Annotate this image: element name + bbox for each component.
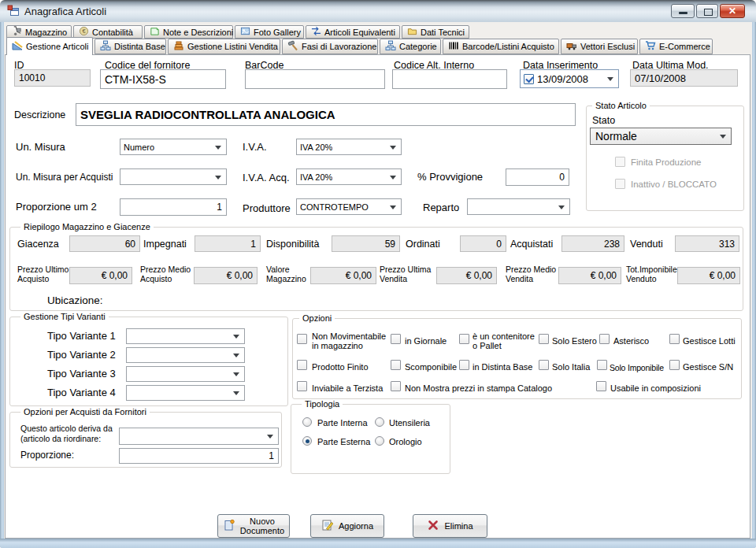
codice-fornitore-field[interactable]: CTM-IX58-S (100, 69, 226, 89)
solo-imponibile-checkbox[interactable] (597, 360, 607, 370)
contenitore-pallet-label: è un contenitore o Pallet (472, 331, 535, 350)
riepilogo-group-title: Riepilogo Magazzino e Giacenze (20, 222, 154, 231)
produttore-combobox[interactable]: CONTROTEMPO (296, 198, 402, 215)
descrizione-field[interactable]: SVEGLIA RADIOCONTROLLATA ANALOGICA (76, 103, 576, 126)
note-icon (150, 26, 160, 38)
parte-esterna-radio[interactable] (302, 436, 312, 446)
tab-barcode-listini-acquisto[interactable]: Barcode/Listini Acquisto (443, 39, 559, 54)
in-distinta-base-checkbox[interactable] (459, 360, 469, 370)
tipo-variante-2-label: Tipo Variante 2 (47, 349, 116, 361)
tipo-variante-4-combobox[interactable] (126, 385, 245, 401)
provvigione-label: % Provvigione (417, 171, 483, 183)
tab-articoli-equivalenti[interactable]: Articoli Equivalenti (306, 25, 400, 39)
tab-foto-gallery[interactable]: Foto Gallery (235, 25, 304, 39)
in-giornale-label: in Giornale (405, 336, 447, 346)
prezzo-medio-vendita-label: Prezzo Medio Vendita (506, 265, 556, 283)
un-misura-combobox[interactable]: Numero (120, 139, 227, 155)
reparto-combobox[interactable] (467, 198, 570, 215)
tipologia-group-title: Tipologia (302, 399, 343, 409)
prezzo-medio-acquisto-field: € 0,00 (194, 267, 258, 284)
iva-combobox[interactable]: IVA 20% (296, 139, 402, 155)
in-distinta-base-label: in Distinta Base (472, 362, 532, 372)
non-movimentabile-checkbox[interactable] (297, 334, 307, 344)
nuovo-documento-button[interactable]: Nuovo Documento (217, 514, 290, 538)
data-ultima-mod-field: 07/10/2008 (630, 69, 738, 87)
tab-distinta-base[interactable]: Distinta Base (94, 39, 166, 54)
asterisco-checkbox[interactable] (599, 334, 610, 344)
deriva-combobox[interactable] (119, 428, 279, 445)
window-frame-right (752, 22, 756, 548)
tab-categorie[interactable]: Categorie (380, 39, 441, 54)
tipo-variante-4-label: Tipo Variante 4 (47, 387, 116, 398)
disponibilita-field: 59 (332, 235, 400, 252)
tipo-variante-3-label: Tipo Variante 3 (47, 368, 116, 380)
new-document-icon (223, 519, 235, 533)
finita-produzione-label: Finita Produzione (631, 157, 702, 167)
prezzo-medio-acquisto-label: Prezzo Medio Acquisto (140, 265, 191, 283)
swap-arrows-icon (311, 26, 321, 38)
proporzione-field[interactable]: 1 (119, 448, 279, 464)
aggiorna-button[interactable]: Aggiorna (310, 514, 384, 538)
scomponibile-checkbox[interactable] (391, 360, 401, 370)
deriva-label: Questo articolo deriva da (articolo da r… (20, 424, 113, 444)
provvigione-field[interactable]: 0 (506, 168, 569, 186)
prezzo-ultima-vendita-field: € 0,00 (436, 267, 497, 284)
close-button[interactable]: ✕ (720, 4, 745, 18)
hierarchy-icon (385, 40, 396, 53)
truck-icon (566, 40, 577, 53)
contenitore-pallet-checkbox[interactable] (459, 334, 469, 344)
gestisce-sn-checkbox[interactable] (669, 360, 680, 370)
prodotto-finito-checkbox[interactable] (297, 360, 307, 370)
tipo-variante-2-combobox[interactable] (126, 347, 245, 363)
tipo-variante-3-combobox[interactable] (126, 366, 245, 382)
tab-e-commerce[interactable]: E-Commerce (639, 39, 713, 54)
proporzione-um2-field[interactable]: 1 (120, 198, 227, 216)
opzioni-group-title: Opzioni (299, 313, 335, 323)
price-stack-icon (173, 40, 184, 53)
un-misura-label: Un. Misura (16, 141, 65, 153)
ruler-pencil-icon (12, 40, 23, 53)
in-giornale-checkbox[interactable] (391, 334, 401, 344)
codice-alt-interno-field[interactable] (392, 69, 507, 89)
disponibilita-label: Disponibilità (266, 239, 319, 250)
un-misura-acquisti-combobox[interactable] (120, 168, 227, 185)
data-inserimento-picker[interactable]: 13/09/2008 (520, 69, 619, 88)
inviabile-terzista-checkbox[interactable] (297, 381, 307, 391)
parte-interna-label: Parte Interna (317, 418, 368, 428)
gestisce-lotti-label: Gestisce Lotti (683, 336, 736, 346)
parte-interna-radio[interactable] (302, 417, 312, 427)
iva-acq-combobox[interactable]: IVA 20% (296, 168, 402, 185)
stato-combobox[interactable]: Normale (590, 128, 732, 145)
tab-gestione-articoli[interactable]: Gestione Articoli (6, 37, 93, 55)
tab-note-e-descrizioni[interactable]: Note e Descrizioni (144, 25, 233, 39)
gestisce-lotti-checkbox[interactable] (669, 334, 680, 344)
handtruck-icon (12, 26, 22, 38)
iva-label: I.V.A. (243, 141, 267, 153)
venduti-field: 313 (675, 235, 739, 252)
utensileria-label: Utensileria (389, 418, 430, 428)
proporzione-um2-label: Proporzione um 2 (16, 201, 97, 213)
maximize-button[interactable] (696, 4, 718, 18)
window-frame-left (0, 22, 4, 548)
elimina-button[interactable]: Elimina (413, 514, 487, 538)
data-inserimento-checkbox[interactable] (524, 74, 534, 84)
hammer-icon (287, 40, 298, 53)
edit-note-icon (321, 519, 334, 533)
tab-dati-tecnici[interactable]: Dati Tecnici (402, 25, 469, 39)
non-mostra-prezzi-label: Non Mostra prezzi in stampa Catalogo (405, 383, 552, 393)
valore-magazzino-field: € 0,00 (310, 267, 376, 284)
orologio-radio[interactable] (375, 436, 384, 446)
usabile-composizioni-checkbox[interactable] (596, 381, 606, 391)
tab-gestione-listini-vendita[interactable]: Gestione Listini Vendita (168, 39, 280, 54)
inviabile-terzista-label: Inviabile a Terzista (312, 383, 383, 393)
minimize-button[interactable] (671, 4, 695, 18)
solo-estero-checkbox[interactable] (539, 334, 549, 344)
tab-fasi-di-lavorazione[interactable]: Fasi di Lavorazione (282, 39, 378, 54)
barcode-field[interactable] (245, 69, 385, 89)
tab-vettori-esclusi[interactable]: Vettori Esclusi (561, 39, 638, 54)
solo-italia-checkbox[interactable] (539, 360, 549, 370)
non-mostra-prezzi-checkbox[interactable] (391, 381, 401, 391)
gestisce-sn-label: Gestisce S/N (683, 362, 733, 372)
tipo-variante-1-combobox[interactable] (126, 328, 245, 344)
utensileria-radio[interactable] (375, 417, 384, 427)
